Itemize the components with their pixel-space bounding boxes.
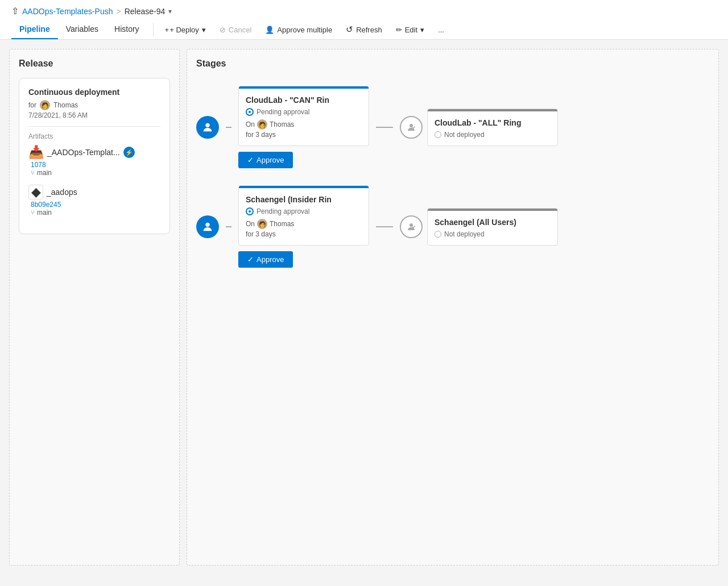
approve-button-2[interactable]: ✓ Approve: [238, 251, 293, 268]
deploy-label: + Deploy: [169, 26, 199, 34]
project-icon: ⇧: [11, 6, 19, 16]
avatar-on-2: 🧑: [257, 219, 267, 229]
toolbar-actions: + + Deploy ▾ ⊘ Cancel 👤 Approve multiple…: [159, 22, 450, 38]
stage-card-2-right-body: Schaengel (All Users) Not deployed: [428, 211, 557, 245]
artifact-item-2: ◆ _aadops 8b09e245 ⑂ main: [28, 185, 160, 217]
nav-toolbar: Pipeline Variables History + + Deploy ▾ …: [11, 20, 717, 39]
release-chevron[interactable]: ▾: [168, 7, 172, 15]
edit-button[interactable]: ✏ Edit ▾: [390, 23, 430, 37]
nd-icon-1: [435, 131, 441, 138]
release-date: 7/28/2021, 8:56 AM: [28, 111, 160, 119]
pending-icon-1: [246, 108, 254, 116]
refresh-label: Refresh: [356, 26, 382, 34]
deploy-plus-icon: +: [165, 26, 169, 34]
stage-1-right-status: Not deployed: [435, 131, 551, 139]
refresh-button[interactable]: ↺ Refresh: [340, 22, 388, 38]
branch-name-1: main: [37, 169, 52, 177]
stage-card-1-left-body: CloudLab - "CAN" Rin Pending approval On…: [239, 89, 369, 146]
branch-icon-2: ⑂: [31, 209, 35, 217]
cancel-icon: ⊘: [220, 26, 226, 34]
approver-circle-2: [196, 215, 219, 238]
branch-icon-1: ⑂: [31, 169, 35, 177]
project-name[interactable]: AADOps-Templates-Push: [22, 7, 113, 16]
stage-2-right-status: Not deployed: [435, 230, 551, 238]
deploy-button[interactable]: + + Deploy ▾: [159, 23, 212, 37]
artifact-link-1[interactable]: 1078: [31, 161, 46, 169]
refresh-icon: ↺: [346, 24, 353, 35]
tab-history[interactable]: History: [106, 20, 147, 39]
deploy-chevron: ▾: [202, 26, 206, 34]
nav-tabs: Pipeline Variables History: [11, 20, 147, 39]
stage-right-2-group: Schaengel (All Users) Not deployed: [400, 208, 558, 246]
nd-icon-2: [435, 231, 441, 238]
cancel-button[interactable]: ⊘ Cancel: [214, 23, 257, 37]
edit-chevron: ▾: [420, 26, 424, 34]
release-name[interactable]: Release-94: [125, 7, 166, 16]
h-connector-1-r: [376, 127, 393, 128]
main-content: Release Continuous deployment for 🧑 Thom…: [0, 40, 728, 575]
stage-pair-2: Schaengel (Insider Rin Pending approval …: [196, 185, 709, 268]
release-card-title: Continuous deployment: [28, 88, 160, 97]
artifact-link-2[interactable]: 8b09e245: [31, 201, 61, 209]
approve-multiple-button[interactable]: 👤 Approve multiple: [259, 23, 338, 37]
lightning-badge: ⚡: [123, 147, 135, 158]
person-icon: 👤: [265, 26, 274, 34]
approver-circle-1: [196, 116, 219, 139]
more-button[interactable]: ...: [432, 23, 450, 37]
more-icon: ...: [438, 26, 444, 34]
stage-2-right-status-text: Not deployed: [444, 230, 485, 238]
avatar: 🧑: [40, 100, 50, 110]
breadcrumb-separator: >: [117, 7, 121, 16]
artifact-name-2: _aadops: [47, 188, 77, 197]
avatar-on-1: 🧑: [257, 119, 267, 130]
artifact-icon-1: 📥: [28, 145, 44, 160]
on-label-2: On: [246, 220, 255, 228]
top-bar: ⇧ AADOps-Templates-Push > Release-94 ▾ P…: [0, 0, 728, 40]
artifacts-label: Artifacts: [28, 132, 160, 140]
svg-point-1: [410, 124, 413, 127]
on-name-2: Thomas: [270, 220, 294, 228]
for-days-2: for 3 days: [246, 230, 362, 238]
stage-1-right-status-text: Not deployed: [444, 131, 485, 139]
stage-card-2-right: Schaengel (All Users) Not deployed: [427, 208, 558, 246]
artifact-icon-2: ◆: [28, 185, 43, 200]
stage-right-1-group: CloudLab - "ALL" Ring Not deployed: [400, 109, 558, 146]
stage-card-2-left-body: Schaengel (Insider Rin Pending approval …: [239, 188, 369, 245]
artifact-name-row-1: 📥 _AADOps-Templat... ⚡: [28, 145, 160, 160]
approve-button-1[interactable]: ✓ Approve: [238, 152, 293, 168]
edit-label: Edit: [405, 26, 417, 34]
nav-divider: [153, 23, 154, 36]
tab-variables[interactable]: Variables: [58, 20, 106, 39]
for-days-1: for 3 days: [246, 131, 362, 139]
approve-label-1: Approve: [257, 156, 284, 164]
tab-pipeline[interactable]: Pipeline: [11, 20, 58, 39]
edit-icon: ✏: [396, 26, 402, 34]
release-section-title: Release: [19, 59, 170, 69]
svg-point-0: [205, 123, 209, 127]
artifact-branch-2: ⑂ main: [31, 209, 160, 217]
stages-container: CloudLab - "CAN" Rin Pending approval On…: [196, 80, 709, 268]
nd-approver-circle-2: [400, 215, 423, 238]
artifact-branch-1: ⑂ main: [31, 169, 160, 177]
artifact-name-1: _AADOps-Templat...: [47, 148, 120, 157]
stage-1-left-title: CloudLab - "CAN" Rin: [246, 95, 362, 105]
branch-name-2: main: [37, 209, 52, 217]
for-label: for: [28, 101, 36, 109]
on-label-1: On: [246, 120, 255, 128]
stage-card-wrapper-1: CloudLab - "CAN" Rin Pending approval On…: [238, 86, 369, 168]
stage-2-right-title: Schaengel (All Users): [435, 218, 551, 227]
left-panel: Release Continuous deployment for 🧑 Thom…: [9, 49, 180, 566]
release-card: Continuous deployment for 🧑 Thomas 7/28/…: [19, 78, 170, 234]
stage-card-1-left: CloudLab - "CAN" Rin Pending approval On…: [238, 86, 369, 146]
stage-1-left-status-text: Pending approval: [257, 108, 309, 116]
stage-card-2-left: Schaengel (Insider Rin Pending approval …: [238, 185, 369, 246]
approve-label-2: Approve: [257, 255, 284, 264]
stage-1-left-status: Pending approval: [246, 108, 362, 116]
release-for: for 🧑 Thomas: [28, 100, 160, 110]
card-divider: [28, 126, 160, 127]
approve-multiple-label: Approve multiple: [277, 26, 332, 34]
stage-card-wrapper-2: Schaengel (Insider Rin Pending approval …: [238, 185, 369, 268]
artifact-name-row-2: ◆ _aadops: [28, 185, 160, 200]
cancel-label: Cancel: [229, 26, 251, 34]
right-panel: Stages Clou: [187, 49, 719, 566]
